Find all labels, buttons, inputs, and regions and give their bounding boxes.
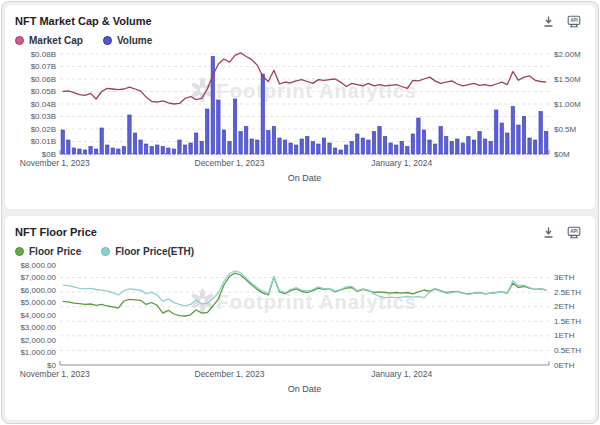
- svg-text:1.5ETH: 1.5ETH: [554, 317, 581, 326]
- svg-text:0.5ETH: 0.5ETH: [554, 346, 581, 355]
- download-icon[interactable]: [542, 226, 555, 239]
- svg-text:Footprint Analytics: Footprint Analytics: [217, 291, 417, 313]
- chart-toolbar: API: [542, 226, 581, 239]
- svg-text:$0.01B: $0.01B: [31, 137, 56, 146]
- svg-text:$1,000.00: $1,000.00: [20, 348, 56, 357]
- footprint-watermark: Footprint Analytics: [190, 78, 417, 103]
- svg-text:$5,000.00: $5,000.00: [20, 298, 56, 307]
- legend-item-volume[interactable]: Volume: [103, 35, 152, 46]
- svg-text:API: API: [570, 18, 578, 23]
- market-cap-volume-chart[interactable]: Footprint Analytics$0.08B$0.07B$0.06B$0.…: [15, 46, 597, 194]
- legend: Floor Price Floor Price(ETH): [15, 246, 589, 257]
- svg-text:0ETH: 0ETH: [554, 361, 575, 370]
- svg-text:$0.04B: $0.04B: [31, 100, 56, 109]
- svg-text:January 1, 2024: January 1, 2024: [371, 158, 432, 168]
- svg-text:$0M: $0M: [554, 150, 570, 159]
- svg-text:$0.06B: $0.06B: [31, 75, 56, 84]
- svg-text:$0.02B: $0.02B: [31, 125, 56, 134]
- svg-text:$3,000.00: $3,000.00: [20, 323, 56, 332]
- legend-dot-floor-price-eth: [101, 247, 110, 256]
- chart-title: NFT Market Cap & Volume: [15, 14, 152, 28]
- legend-item-floor-price-eth[interactable]: Floor Price(ETH): [101, 246, 194, 257]
- legend-item-floor-price[interactable]: Floor Price: [15, 246, 81, 257]
- floor-price-chart[interactable]: Footprint Analytics$8,000.00$7,000.00$6,…: [15, 257, 597, 405]
- svg-text:$2,000.00: $2,000.00: [20, 336, 56, 345]
- legend-dot-floor-price: [15, 247, 24, 256]
- card-header: NFT Floor Price API: [15, 225, 589, 239]
- market-cap-volume-card: NFT Market Cap & Volume API Market Cap V…: [4, 4, 596, 210]
- chart-toolbar: API: [542, 15, 581, 28]
- svg-text:On Date: On Date: [288, 384, 322, 394]
- svg-text:$0.5M: $0.5M: [554, 125, 577, 134]
- svg-text:$2.00M: $2.00M: [554, 50, 581, 59]
- svg-text:$4,000.00: $4,000.00: [20, 311, 56, 320]
- legend-label: Floor Price(ETH): [115, 246, 194, 257]
- svg-text:API: API: [570, 229, 578, 234]
- svg-text:$6,000.00: $6,000.00: [20, 286, 56, 295]
- svg-text:$0.08B: $0.08B: [31, 50, 56, 59]
- svg-text:January 1, 2024: January 1, 2024: [371, 369, 432, 379]
- svg-text:$1.50M: $1.50M: [554, 75, 581, 84]
- api-icon[interactable]: API: [567, 15, 581, 28]
- legend-label: Volume: [117, 35, 152, 46]
- svg-text:$0.03B: $0.03B: [31, 112, 56, 121]
- legend-item-market-cap[interactable]: Market Cap: [15, 35, 83, 46]
- svg-text:2ETH: 2ETH: [554, 302, 575, 311]
- svg-text:November 1, 2023: November 1, 2023: [20, 158, 90, 168]
- api-icon[interactable]: API: [567, 226, 581, 239]
- svg-text:$0.07B: $0.07B: [31, 62, 56, 71]
- svg-text:On Date: On Date: [288, 173, 322, 183]
- legend-label: Market Cap: [29, 35, 83, 46]
- svg-text:$8,000.00: $8,000.00: [20, 261, 56, 270]
- chart-title: NFT Floor Price: [15, 225, 97, 239]
- legend-label: Floor Price: [29, 246, 81, 257]
- svg-text:November 1, 2023: November 1, 2023: [20, 369, 90, 379]
- svg-text:$1.00M: $1.00M: [554, 100, 581, 109]
- download-icon[interactable]: [542, 15, 555, 28]
- svg-text:2.5ETH: 2.5ETH: [554, 288, 581, 297]
- svg-text:$0.05B: $0.05B: [31, 87, 56, 96]
- svg-text:Footprint Analytics: Footprint Analytics: [217, 80, 417, 102]
- svg-text:$7,000.00: $7,000.00: [20, 273, 56, 282]
- svg-text:3ETH: 3ETH: [554, 273, 575, 282]
- svg-text:1ETH: 1ETH: [554, 331, 575, 340]
- svg-text:December 1, 2023: December 1, 2023: [195, 369, 265, 379]
- legend: Market Cap Volume: [15, 35, 589, 46]
- dashboard-page: NFT Market Cap & Volume API Market Cap V…: [1, 1, 599, 424]
- legend-dot-market-cap: [15, 36, 24, 45]
- legend-dot-volume: [103, 36, 112, 45]
- card-header: NFT Market Cap & Volume API: [15, 14, 589, 28]
- svg-text:December 1, 2023: December 1, 2023: [195, 158, 265, 168]
- floor-price-card: NFT Floor Price API Floor Price Floor Pr…: [4, 215, 596, 421]
